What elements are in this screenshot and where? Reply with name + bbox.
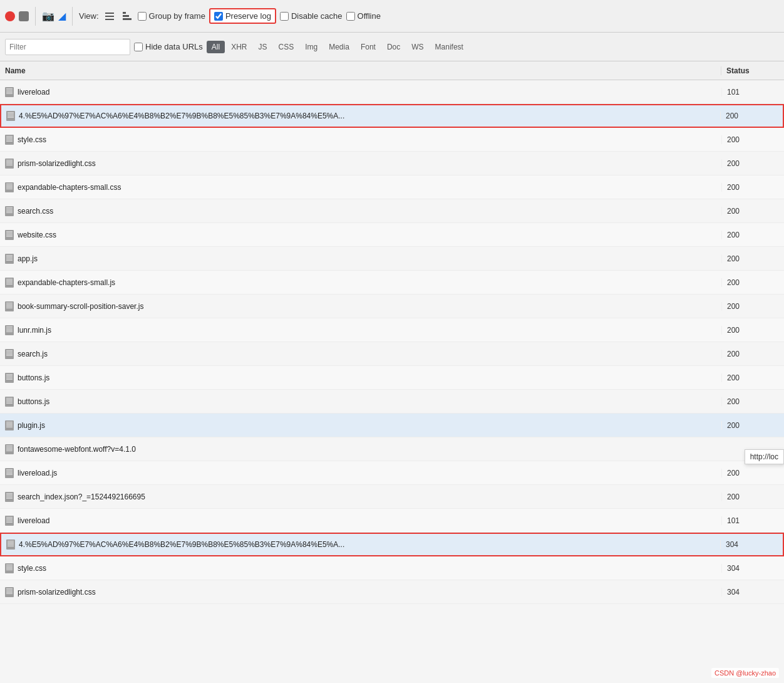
file-icon	[5, 492, 14, 502]
file-icon	[5, 516, 14, 526]
cell-name: app.js	[0, 254, 721, 264]
type-btn-xhr[interactable]: XHR	[226, 41, 252, 53]
table-row[interactable]: livereload.js200	[0, 461, 784, 485]
cell-status: 200	[721, 373, 784, 382]
hide-data-urls-checkbox[interactable]	[134, 43, 143, 51]
offline-checkbox[interactable]	[346, 12, 355, 21]
hide-data-urls-group[interactable]: Hide data URLs	[134, 42, 203, 51]
table-row[interactable]: expandable-chapters-small.js200	[0, 271, 784, 295]
table-row[interactable]: expandable-chapters-small.css200	[0, 175, 784, 199]
table-row[interactable]: search.css200	[0, 199, 784, 223]
type-btn-manifest[interactable]: Manifest	[430, 41, 468, 53]
cell-name: buttons.js	[0, 397, 721, 407]
type-btn-font[interactable]: Font	[356, 41, 381, 53]
cell-name: plugin.js	[0, 420, 721, 430]
table-row[interactable]: buttons.js200	[0, 366, 784, 390]
file-icon	[5, 444, 14, 454]
cell-name: fontawesome-webfont.woff?v=4.1.0	[0, 444, 721, 454]
cell-name: book-summary-scroll-position-saver.js	[0, 301, 721, 311]
file-icon	[5, 159, 14, 169]
stop-icon[interactable]	[19, 11, 29, 21]
preserve-log-label: Preserve log	[225, 11, 271, 21]
cell-name: search_index.json?_=1524492166695	[0, 492, 721, 502]
cell-status: 304	[720, 540, 783, 549]
disable-cache-checkbox[interactable]	[280, 12, 289, 21]
file-icon	[5, 373, 14, 383]
cell-name: search.css	[0, 206, 721, 216]
cell-name: style.css	[0, 135, 721, 145]
type-btn-ws[interactable]: WS	[406, 41, 428, 53]
cell-status: 101	[721, 88, 784, 96]
divider-1	[35, 7, 36, 26]
type-btn-css[interactable]: CSS	[273, 41, 299, 53]
filename-text: livereload	[18, 516, 49, 525]
table-row[interactable]: style.css304	[0, 556, 784, 580]
group-by-frame-checkbox[interactable]	[138, 12, 147, 21]
type-btn-doc[interactable]: Doc	[382, 41, 405, 53]
cell-status: 304	[721, 588, 784, 597]
cell-status: 200	[721, 350, 784, 358]
cell-status: 200	[721, 159, 784, 168]
cell-status: 101	[721, 516, 784, 525]
filename-text: search_index.json?_=1524492166695	[18, 493, 145, 501]
table-row[interactable]: livereload101	[0, 80, 784, 104]
filter-icon[interactable]: ◢	[58, 10, 66, 22]
cell-name: buttons.js	[0, 373, 721, 383]
list-view-icon[interactable]	[103, 9, 116, 23]
filename-text: fontawesome-webfont.woff?v=4.1.0	[18, 445, 136, 454]
table-row[interactable]: 4.%E5%AD%97%E7%AC%A6%E4%B8%B2%E7%9B%B8%E…	[0, 533, 784, 556]
table-row[interactable]: buttons.js200	[0, 390, 784, 414]
filter-input[interactable]	[5, 39, 130, 55]
file-icon	[5, 135, 14, 145]
cell-name: 4.%E5%AD%97%E7%AC%A6%E4%B8%B2%E7%9B%B8%E…	[1, 540, 720, 550]
table-row[interactable]: book-summary-scroll-position-saver.js200	[0, 295, 784, 318]
cell-status: 200	[721, 421, 784, 430]
disable-cache-label: Disable cache	[291, 11, 343, 21]
type-btn-media[interactable]: Media	[324, 41, 354, 53]
group-by-frame-group[interactable]: Group by frame	[138, 11, 205, 21]
filename-text: 4.%E5%AD%97%E7%AC%A6%E4%B8%B2%E7%9B%B8%E…	[19, 540, 344, 549]
table-row[interactable]: livereload101	[0, 509, 784, 533]
type-btn-all[interactable]: All	[207, 41, 225, 53]
cell-status: 200	[721, 493, 784, 501]
cell-name: livereload	[0, 87, 721, 97]
type-btn-js[interactable]: JS	[253, 41, 272, 53]
file-icon	[5, 563, 14, 573]
offline-group[interactable]: Offline	[346, 11, 381, 21]
filename-text: app.js	[18, 254, 38, 263]
table-header: Name Status	[0, 61, 784, 80]
cell-status: 200	[720, 112, 783, 120]
table-row[interactable]: search.js200	[0, 342, 784, 366]
table-row[interactable]: fontawesome-webfont.woff?v=4.1.0http://l…	[0, 437, 784, 461]
table-row[interactable]: plugin.js200	[0, 414, 784, 437]
filter-bar: Hide data URLs AllXHRJSCSSImgMediaFontDo…	[0, 33, 784, 61]
preserve-log-checkbox[interactable]	[214, 12, 223, 21]
svg-rect-0	[105, 13, 114, 14]
table-row[interactable]: 4.%E5%AD%97%E7%AC%A6%E4%B8%B2%E7%9B%B8%E…	[0, 104, 784, 128]
file-icon	[5, 349, 14, 359]
cell-status: 200	[721, 326, 784, 335]
table-row[interactable]: style.css200	[0, 128, 784, 152]
preserve-log-group[interactable]: Preserve log	[209, 8, 276, 24]
table-row[interactable]: search_index.json?_=1524492166695200	[0, 485, 784, 509]
camera-icon[interactable]: 📷	[42, 10, 54, 22]
file-icon	[5, 87, 14, 97]
table-row[interactable]: prism-solarizedlight.css304	[0, 580, 784, 604]
waterfall-view-icon[interactable]	[120, 9, 134, 23]
header-name: Name	[0, 66, 721, 75]
cell-name: expandable-chapters-small.js	[0, 278, 721, 288]
group-by-frame-label: Group by frame	[149, 11, 205, 21]
svg-rect-5	[123, 18, 132, 20]
table-row[interactable]: app.js200	[0, 247, 784, 271]
table-row[interactable]: prism-solarizedlight.css200	[0, 152, 784, 175]
table-row[interactable]: lunr.min.js200	[0, 318, 784, 342]
type-buttons: AllXHRJSCSSImgMediaFontDocWSManifest	[207, 41, 468, 53]
cell-name: prism-solarizedlight.css	[0, 159, 721, 169]
type-btn-img[interactable]: Img	[300, 41, 322, 53]
cell-name: livereload	[0, 516, 721, 526]
disable-cache-group[interactable]: Disable cache	[280, 11, 343, 21]
cell-status: 200	[721, 254, 784, 263]
cell-status: 200	[721, 302, 784, 311]
record-icon[interactable]	[5, 11, 15, 21]
table-row[interactable]: website.css200	[0, 223, 784, 247]
